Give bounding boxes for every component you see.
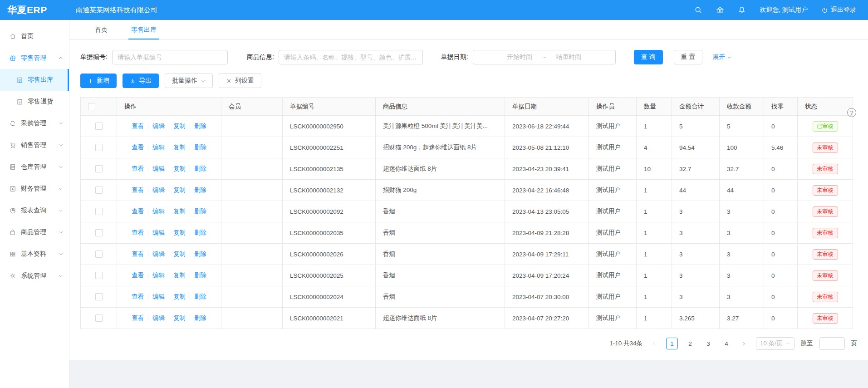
row-action-edit[interactable]: 编辑 [152,271,165,280]
row-checkbox[interactable] [95,123,103,130]
sidebar-item-basic-data[interactable]: 基本资料 [0,243,69,265]
page-button-2[interactable]: 2 [684,338,696,349]
sidebar-item-sales[interactable]: 销售管理 [0,134,69,156]
reset-button[interactable]: 重 置 [674,50,703,64]
cell-change: 5.46 [764,137,798,158]
row-action-edit[interactable]: 编辑 [152,314,165,322]
row-action-copy[interactable]: 复制 [173,250,186,258]
row-action-delete[interactable]: 删除 [194,271,206,280]
row-action-edit[interactable]: 编辑 [152,186,165,194]
row-action-delete[interactable]: 删除 [194,207,206,216]
cell-product: 香烟 [376,286,505,308]
row-action-copy[interactable]: 复制 [173,207,186,216]
row-action-view[interactable]: 查看 [132,250,144,258]
cell-bill-no: LSCK00000002092 [283,201,376,222]
row-action-copy[interactable]: 复制 [173,229,186,237]
date-range-input[interactable]: 开始时间 ~ 结束时间 [473,50,616,64]
row-action-copy[interactable]: 复制 [173,143,186,152]
row-action-edit[interactable]: 编辑 [152,293,165,301]
row-action-edit[interactable]: 编辑 [152,250,165,258]
table-row: 查看编辑复制删除 LSCK00000002024 香烟 2023-04-07 2… [81,286,853,308]
page-button-1[interactable]: 1 [666,338,678,349]
row-action-delete[interactable]: 删除 [194,165,206,173]
sidebar-item-retail-return[interactable]: 零售退货 [0,91,69,113]
sidebar-item-home[interactable]: 首页 [0,25,69,47]
sidebar-item-products[interactable]: 商品管理 [0,221,69,243]
row-action-delete[interactable]: 删除 [194,229,206,237]
page-size-select[interactable]: 10 条/页 [756,337,794,350]
row-action-view[interactable]: 查看 [132,271,144,280]
row-action-delete[interactable]: 删除 [194,250,206,258]
row-checkbox[interactable] [95,208,103,215]
row-action-copy[interactable]: 复制 [173,271,186,280]
row-action-view[interactable]: 查看 [132,143,144,152]
row-checkbox[interactable] [95,165,103,172]
column-settings-button[interactable]: 列设置 [219,74,261,88]
sidebar-item-reports[interactable]: 报表查询 [0,200,69,221]
row-action-copy[interactable]: 复制 [173,165,186,173]
row-action-view[interactable]: 查看 [132,207,144,216]
tab-retail-outbound[interactable]: 零售出库 [126,20,162,39]
logout-button[interactable]: 退出登录 [821,6,856,14]
status-badge: 已审核 [813,121,838,132]
tab-home[interactable]: 首页 [89,20,113,39]
sidebar-item-retail[interactable]: 零售管理 [0,47,69,69]
bell-icon[interactable] [738,6,746,14]
batch-operations-button[interactable]: 批量操作 [165,74,213,88]
export-button[interactable]: 导出 [123,74,159,88]
row-checkbox[interactable] [95,293,103,300]
row-checkbox[interactable] [95,250,103,258]
prev-page-button[interactable] [649,338,660,349]
orders-table: 操作 会员 单据编号 商品信息 单据日期 操作员 数量 金额合计 收款金额 找零… [80,97,853,329]
row-checkbox[interactable] [95,272,103,279]
sync-icon [9,120,16,127]
help-icon[interactable]: ? [847,108,856,117]
row-action-delete[interactable]: 删除 [194,186,206,194]
cell-received: 5 [720,116,764,137]
bank-icon[interactable] [716,6,724,14]
next-page-button[interactable] [739,338,750,349]
row-action-edit[interactable]: 编辑 [152,165,165,173]
row-action-delete[interactable]: 删除 [194,122,206,130]
expand-link[interactable]: 展开 [712,53,732,61]
sidebar-item-purchase[interactable]: 采购管理 [0,113,69,134]
row-checkbox[interactable] [95,144,103,151]
select-all-checkbox[interactable] [88,103,95,110]
sidebar-item-finance[interactable]: 财务管理 [0,178,69,200]
bill-no-input[interactable] [112,50,228,64]
row-action-edit[interactable]: 编辑 [152,122,165,130]
row-checkbox[interactable] [95,229,103,236]
row-action-view[interactable]: 查看 [132,186,144,194]
cell-date: 2023-04-09 21:28:28 [505,222,589,244]
row-action-copy[interactable]: 复制 [173,122,186,130]
row-action-edit[interactable]: 编辑 [152,207,165,216]
row-checkbox[interactable] [95,314,103,322]
row-action-edit[interactable]: 编辑 [152,143,165,152]
row-action-view[interactable]: 查看 [132,165,144,173]
row-action-view[interactable]: 查看 [132,122,144,130]
page-button-3[interactable]: 3 [702,338,714,349]
row-action-view[interactable]: 查看 [132,293,144,301]
row-action-delete[interactable]: 删除 [194,293,206,301]
search-button[interactable]: 查 询 [634,50,663,64]
sidebar-item-warehouse[interactable]: 仓库管理 [0,156,69,178]
row-action-copy[interactable]: 复制 [173,293,186,301]
row-action-edit[interactable]: 编辑 [152,229,165,237]
chevron-up-icon [58,55,64,61]
row-action-copy[interactable]: 复制 [173,186,186,194]
jump-page-input[interactable] [819,337,845,350]
page-button-4[interactable]: 4 [721,338,732,349]
cell-operator: 测试用户 [589,158,637,180]
row-action-copy[interactable]: 复制 [173,314,186,322]
search-icon[interactable] [694,6,702,14]
product-info-input[interactable] [279,50,423,64]
row-action-delete[interactable]: 删除 [194,314,206,322]
sidebar-item-system[interactable]: 系统管理 [0,265,69,287]
row-action-delete[interactable]: 删除 [194,143,206,152]
row-checkbox[interactable] [95,187,103,194]
row-action-view[interactable]: 查看 [132,229,144,237]
sidebar-item-retail-outbound[interactable]: 零售出库 [0,69,69,91]
sidebar-item-label: 财务管理 [21,185,58,193]
row-action-view[interactable]: 查看 [132,314,144,322]
add-button[interactable]: 新增 [80,74,117,88]
